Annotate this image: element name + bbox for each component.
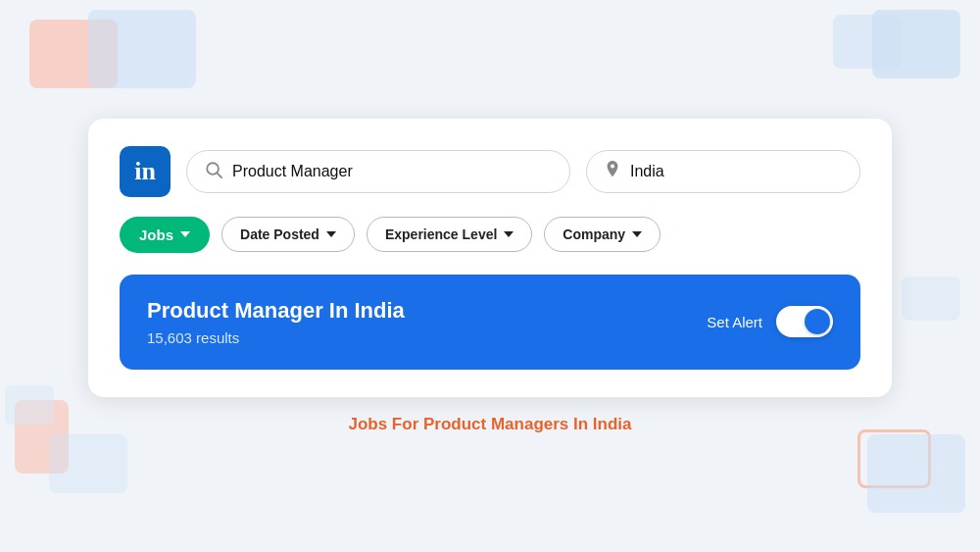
bg-decoration-2 <box>88 10 196 88</box>
location-icon <box>605 161 620 182</box>
bg-decoration-10 <box>5 385 54 425</box>
result-count: 15,603 results <box>147 329 405 346</box>
alert-label: Set Alert <box>707 314 762 330</box>
linkedin-logo-text: in <box>134 159 156 184</box>
search-icon <box>205 161 222 182</box>
experience-level-button[interactable]: Experience Level <box>367 217 532 252</box>
experience-level-label: Experience Level <box>385 226 497 242</box>
date-posted-button[interactable]: Date Posted <box>221 217 355 252</box>
result-title: Product Manager In India <box>147 298 405 324</box>
jobs-button-label: Jobs <box>139 226 173 243</box>
date-posted-label: Date Posted <box>240 226 319 242</box>
company-button[interactable]: Company <box>544 217 661 252</box>
company-label: Company <box>563 226 625 242</box>
job-search-wrap[interactable] <box>186 150 570 193</box>
filter-row: Jobs Date Posted Experience Level Compan… <box>120 217 860 253</box>
result-info: Product Manager In India 15,603 results <box>147 298 405 346</box>
date-posted-chevron-icon <box>326 231 336 237</box>
jobs-chevron-icon <box>180 231 190 237</box>
jobs-button[interactable]: Jobs <box>120 217 210 253</box>
alert-section: Set Alert <box>707 306 833 337</box>
company-chevron-icon <box>632 231 642 237</box>
experience-level-chevron-icon <box>504 231 514 237</box>
bg-decoration-4 <box>872 10 960 78</box>
search-row: in <box>120 146 860 197</box>
location-search-input[interactable] <box>630 163 842 180</box>
svg-line-1 <box>218 173 222 177</box>
linkedin-logo: in <box>120 146 171 197</box>
set-alert-toggle[interactable] <box>776 306 833 337</box>
bg-decoration-6 <box>49 434 127 493</box>
job-search-input[interactable] <box>232 163 552 180</box>
toggle-knob <box>805 309 830 334</box>
result-card: Product Manager In India 15,603 results … <box>120 275 860 370</box>
page-caption: Jobs For Product Managers In India <box>348 415 631 434</box>
location-search-wrap[interactable] <box>586 150 860 193</box>
svg-point-2 <box>611 164 614 168</box>
bg-decoration-8 <box>867 434 965 513</box>
bg-decoration-9 <box>902 276 960 321</box>
main-card: in Jobs <box>88 119 892 397</box>
